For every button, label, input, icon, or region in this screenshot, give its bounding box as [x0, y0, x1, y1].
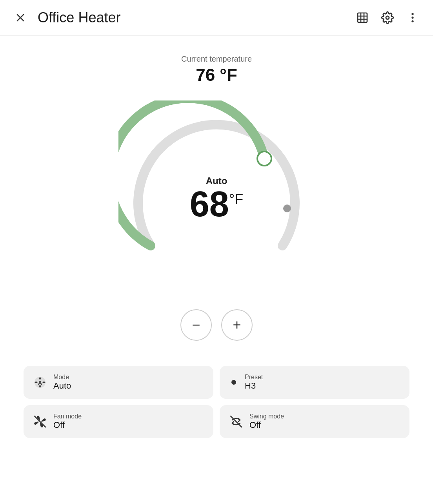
swing-mode-value: Off [249, 420, 284, 430]
svg-point-8 [411, 13, 413, 15]
preset-dot-icon [229, 378, 238, 387]
svg-point-11 [257, 152, 271, 166]
mode-label: Mode [53, 374, 71, 381]
current-temp-label: Current temperature [0, 55, 433, 64]
svg-point-9 [411, 16, 413, 18]
mode-auto-icon: A [33, 375, 47, 389]
svg-point-12 [283, 205, 291, 212]
page-title: Office Heater [38, 9, 355, 26]
header: Office Heater [0, 0, 433, 36]
swing-mode-label: Swing mode [249, 413, 284, 420]
mode-tile-text: Mode Auto [53, 374, 71, 391]
decrease-button[interactable]: − [180, 309, 212, 341]
preset-tile-text: Preset H3 [245, 374, 263, 391]
temperature-section: Current temperature 76 °F [0, 55, 433, 85]
dial-setpoint: 68°F [190, 186, 244, 222]
temperature-controls: − + [0, 309, 433, 341]
fan-mode-tile[interactable]: Fan mode Off [24, 405, 213, 438]
settings-button[interactable] [380, 10, 395, 26]
fan-mode-value: Off [53, 420, 82, 430]
more-options-button[interactable] [405, 10, 420, 26]
header-actions [355, 10, 420, 26]
svg-point-7 [386, 16, 389, 19]
mode-value: Auto [53, 381, 71, 391]
close-button[interactable] [13, 10, 28, 26]
mode-tiles: A Mode Auto Preset H3 [0, 350, 433, 454]
fan-icon [33, 415, 47, 429]
svg-line-18 [231, 416, 242, 427]
svg-point-15 [231, 380, 236, 385]
current-temp-value: 76 °F [0, 65, 433, 85]
preset-tile[interactable]: Preset H3 [220, 366, 409, 399]
preset-value: H3 [245, 381, 263, 391]
swing-mode-tile[interactable]: Swing mode Off [220, 405, 409, 438]
mode-tile[interactable]: A Mode Auto [24, 366, 213, 399]
preset-label: Preset [245, 374, 263, 381]
thermostat-dial[interactable]: Auto 68°F [118, 100, 315, 297]
fan-mode-tile-text: Fan mode Off [53, 413, 82, 430]
increase-button[interactable]: + [221, 309, 253, 341]
svg-line-17 [35, 416, 45, 427]
swing-icon [229, 415, 243, 429]
svg-point-10 [411, 20, 413, 22]
fan-mode-label: Fan mode [53, 413, 82, 420]
chart-button[interactable] [355, 10, 370, 26]
svg-rect-2 [358, 13, 367, 22]
swing-mode-tile-text: Swing mode Off [249, 413, 284, 430]
dial-center: Auto 68°F [190, 175, 244, 222]
